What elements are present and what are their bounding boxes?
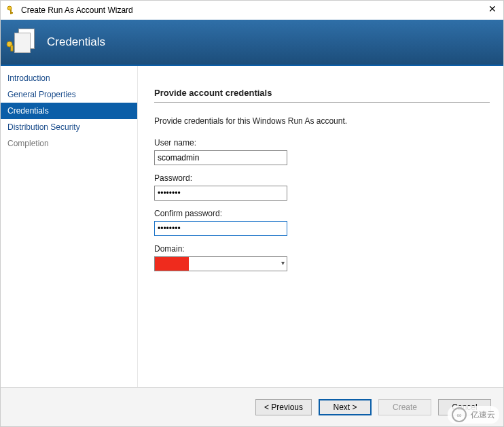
- svg-rect-4: [11, 46, 13, 51]
- sidebar-item-introduction[interactable]: Introduction: [1, 70, 137, 86]
- content-pane: Provide account credentials Provide cred…: [138, 66, 503, 388]
- wizard-header: Credentials: [1, 20, 503, 65]
- page-description: Provide credentials for this Windows Run…: [154, 116, 490, 126]
- domain-combo-wrap: ▾: [154, 256, 287, 271]
- confirm-password-label: Confirm password:: [154, 209, 490, 218]
- wizard-footer: < Previous Next > Create Cancel: [1, 387, 503, 426]
- username-input[interactable]: [154, 150, 287, 165]
- domain-label: Domain:: [154, 244, 490, 254]
- wizard-body: Introduction General Properties Credenti…: [1, 65, 503, 388]
- wizard-icon: [6, 5, 17, 16]
- sidebar-item-distribution-security[interactable]: Distribution Security: [1, 119, 137, 135]
- titlebar: Create Run As Account Wizard ✕: [1, 1, 503, 20]
- next-button[interactable]: Next >: [319, 399, 372, 415]
- sidebar-item-credentials[interactable]: Credentials: [1, 103, 137, 119]
- sidebar-item-general-properties[interactable]: General Properties: [1, 86, 137, 103]
- watermark: ∞ 亿速云: [448, 406, 499, 424]
- username-label: User name:: [154, 138, 490, 148]
- svg-rect-2: [10, 12, 13, 14]
- password-input[interactable]: [154, 186, 287, 201]
- create-button: Create: [378, 399, 431, 415]
- watermark-icon: ∞: [452, 407, 467, 422]
- header-icon: [7, 29, 35, 56]
- page-title: Provide account credentials: [154, 88, 490, 98]
- domain-combo[interactable]: [154, 256, 287, 271]
- password-label: Password:: [154, 173, 490, 183]
- wizard-window: Create Run As Account Wizard ✕ Credentia…: [0, 0, 504, 427]
- close-icon[interactable]: ✕: [488, 3, 497, 14]
- watermark-text: 亿速云: [471, 409, 495, 421]
- sidebar: Introduction General Properties Credenti…: [1, 66, 138, 388]
- sidebar-item-completion[interactable]: Completion: [1, 135, 137, 152]
- window-title: Create Run As Account Wizard: [21, 5, 133, 15]
- confirm-password-input[interactable]: [154, 221, 287, 236]
- header-title: Credentials: [47, 35, 105, 49]
- previous-button[interactable]: < Previous: [255, 399, 312, 415]
- title-rule: [154, 102, 490, 103]
